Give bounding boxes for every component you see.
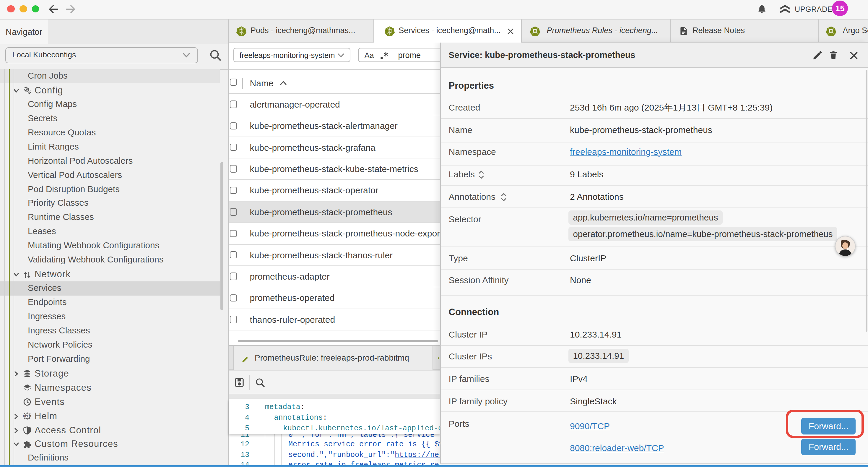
svg-text:HELM: HELM — [23, 415, 31, 418]
